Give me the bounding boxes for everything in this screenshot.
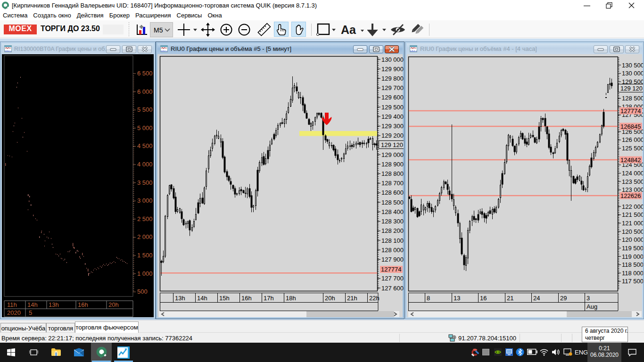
svg-text:127774: 127774: [620, 107, 641, 115]
svg-text:129 000: 129 000: [381, 151, 404, 158]
svg-text:129 900: 129 900: [381, 66, 404, 73]
svg-text:16h: 16h: [78, 301, 88, 308]
svg-text:2020: 2020: [7, 309, 21, 316]
svg-text:13h: 13h: [175, 295, 185, 302]
svg-text:130 000: 130 000: [622, 70, 643, 77]
svg-text:126 000: 126 000: [622, 136, 643, 143]
svg-text:127 900: 127 900: [381, 256, 404, 263]
svg-text:124842: 124842: [620, 156, 641, 164]
svg-text:15h: 15h: [219, 295, 230, 302]
svg-text:4 500: 4 500: [137, 142, 153, 149]
svg-text:127 600: 127 600: [381, 285, 404, 292]
svg-text:14h: 14h: [27, 301, 38, 308]
svg-text:2 000: 2 000: [137, 233, 153, 240]
svg-text:20h: 20h: [108, 301, 119, 308]
svg-text:13h: 13h: [49, 301, 59, 308]
svg-text:129 120: 129 120: [620, 85, 643, 92]
svg-text:119 000: 119 000: [622, 253, 643, 260]
svg-text:3 500: 3 500: [137, 179, 153, 186]
svg-text:128 500: 128 500: [381, 199, 404, 206]
svg-text:5 000: 5 000: [137, 124, 153, 132]
svg-text:3: 3: [586, 295, 590, 302]
svg-text:129 400: 129 400: [381, 113, 404, 120]
svg-text:129 700: 129 700: [381, 84, 404, 91]
svg-text:13: 13: [454, 295, 460, 302]
svg-text:120 500: 120 500: [622, 228, 643, 235]
svg-text:5 500: 5 500: [137, 106, 153, 113]
svg-text:21: 21: [507, 295, 513, 302]
svg-text:129 300: 129 300: [381, 123, 404, 130]
svg-text:130 000: 130 000: [381, 56, 404, 63]
svg-text:128 700: 128 700: [381, 180, 404, 187]
svg-text:124 000: 124 000: [622, 170, 643, 177]
svg-text:129 800: 129 800: [381, 75, 404, 82]
svg-text:129 120: 129 120: [381, 141, 403, 148]
svg-text:127774: 127774: [381, 266, 401, 273]
svg-text:128 500: 128 500: [622, 95, 643, 102]
svg-text:126845: 126845: [620, 123, 641, 130]
svg-text:21h: 21h: [347, 295, 357, 302]
svg-text:125 500: 125 500: [622, 145, 643, 152]
svg-text:129 600: 129 600: [381, 94, 404, 101]
svg-text:117 500: 117 500: [622, 278, 643, 285]
svg-text:128 400: 128 400: [381, 208, 404, 215]
svg-text:122 000: 122 000: [622, 203, 643, 210]
svg-text:129 200: 129 200: [381, 132, 404, 139]
svg-text:127 700: 127 700: [381, 275, 404, 282]
svg-text:119 500: 119 500: [622, 245, 643, 252]
svg-text:2 500: 2 500: [137, 215, 153, 222]
svg-text:22h: 22h: [369, 295, 380, 302]
svg-text:122626: 122626: [620, 192, 641, 199]
svg-text:4 000: 4 000: [137, 161, 153, 168]
svg-text:20h: 20h: [325, 295, 335, 302]
svg-text:1 500: 1 500: [137, 252, 153, 259]
svg-text:24: 24: [533, 295, 540, 302]
svg-text:29: 29: [560, 295, 567, 302]
svg-text:11h: 11h: [7, 301, 17, 308]
svg-text:118 000: 118 000: [622, 270, 643, 277]
svg-text:121 000: 121 000: [622, 220, 643, 227]
svg-text:128 000: 128 000: [381, 247, 404, 254]
svg-text:121 500: 121 500: [622, 211, 643, 218]
svg-text:128 300: 128 300: [381, 218, 404, 225]
svg-text:8: 8: [427, 295, 430, 302]
svg-text:14h: 14h: [197, 295, 207, 302]
svg-text:123 500: 123 500: [622, 178, 643, 185]
svg-text:129 500: 129 500: [381, 104, 404, 111]
svg-text:128 200: 128 200: [381, 227, 404, 234]
svg-text:16: 16: [480, 295, 487, 302]
svg-text:118 500: 118 500: [622, 261, 643, 268]
svg-text:16h: 16h: [241, 295, 252, 302]
svg-text:Aug: Aug: [586, 303, 597, 310]
svg-text:6 500: 6 500: [137, 70, 153, 77]
svg-text:128 800: 128 800: [381, 170, 404, 177]
svg-text:128 100: 128 100: [381, 237, 404, 244]
svg-text:128 600: 128 600: [381, 189, 404, 196]
svg-text:130 500: 130 500: [622, 62, 643, 69]
svg-text:6 000: 6 000: [137, 88, 153, 95]
svg-text:128 900: 128 900: [381, 161, 404, 168]
svg-text:17h: 17h: [264, 295, 274, 302]
svg-text:1 000: 1 000: [137, 270, 153, 277]
svg-text:3 000: 3 000: [137, 197, 153, 204]
svg-text:5: 5: [29, 309, 32, 316]
svg-text:18h: 18h: [286, 295, 296, 302]
svg-text:500: 500: [137, 288, 148, 295]
svg-text:120 000: 120 000: [622, 236, 643, 243]
